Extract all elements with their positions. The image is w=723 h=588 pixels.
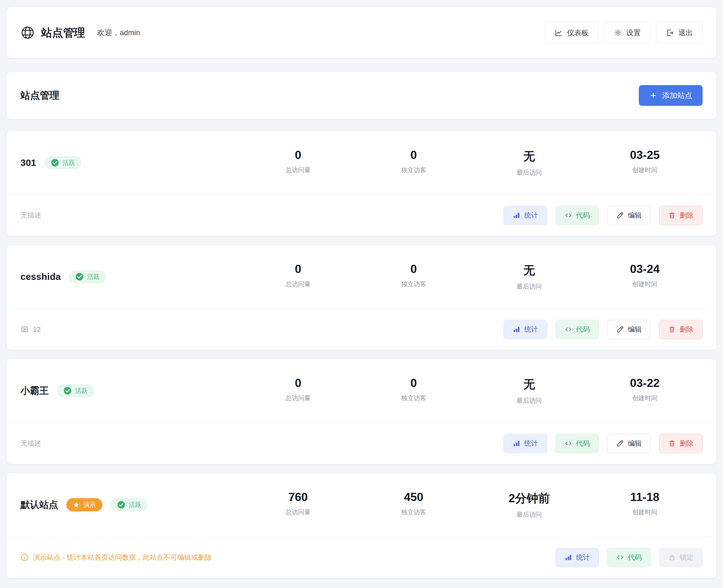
lock-label: 锁定 bbox=[680, 553, 694, 562]
stat-label: 独立访客 bbox=[356, 394, 471, 402]
code-button[interactable]: 代码 bbox=[555, 434, 599, 453]
status-badge-label: 活跃 bbox=[63, 159, 75, 167]
document-icon bbox=[20, 325, 29, 334]
stats-button[interactable]: 统计 bbox=[555, 548, 599, 567]
stats-label: 统计 bbox=[524, 211, 538, 220]
edit-button[interactable]: 编辑 bbox=[607, 206, 651, 225]
section-title: 站点管理 bbox=[20, 89, 59, 102]
stat-created-at: 03-22 创建时间 bbox=[587, 377, 703, 405]
site-stats: 760 总访问量 450 独立访客 2分钟前 最后访问 11-18 创建时间 bbox=[240, 491, 703, 519]
stats-label: 统计 bbox=[524, 325, 538, 334]
settings-button[interactable]: 设置 bbox=[604, 22, 651, 44]
stat-label: 总访问量 bbox=[240, 508, 356, 517]
stat-value: 03-22 bbox=[587, 377, 703, 390]
settings-label: 设置 bbox=[626, 28, 641, 38]
stat-total-visits: 0 总访问量 bbox=[240, 149, 356, 177]
stat-label: 总访问量 bbox=[240, 280, 356, 288]
status-badge-active: 活跃 bbox=[44, 156, 82, 169]
code-icon bbox=[616, 553, 624, 561]
stat-unique-visitors: 0 独立访客 bbox=[356, 262, 471, 291]
site-stats: 0 总访问量 0 独立访客 无 最后访问 03-22 创建时间 bbox=[240, 377, 703, 405]
site-top-row: 301 活跃 0 总访问量 0 独立访客 bbox=[6, 131, 717, 194]
site-identity: 默认站点 演示 活跃 bbox=[20, 498, 240, 511]
demo-site-note-text: 演示站点 - 统计本站首页访问数据，此站点不可编辑或删除 bbox=[33, 553, 212, 562]
stats-button[interactable]: 统计 bbox=[504, 206, 547, 225]
site-card-xiaobawang: 小霸王 活跃 0 总访问量 0 独立访客 bbox=[6, 359, 717, 464]
delete-label: 删除 bbox=[680, 439, 694, 448]
bar-chart-icon bbox=[513, 326, 520, 333]
delete-button[interactable]: 删除 bbox=[659, 434, 703, 453]
site-identity: cesshida 活跃 bbox=[20, 270, 240, 283]
code-button[interactable]: 代码 bbox=[607, 548, 651, 567]
delete-label: 删除 bbox=[680, 325, 694, 334]
stat-last-visit: 无 最后访问 bbox=[471, 262, 587, 291]
stat-value: 450 bbox=[356, 491, 471, 504]
site-card-301: 301 活跃 0 总访问量 0 独立访客 bbox=[6, 131, 717, 236]
dashboard-label: 仪表板 bbox=[567, 28, 589, 38]
edit-button[interactable]: 编辑 bbox=[607, 434, 651, 453]
page: 站点管理 欢迎，admin 仪表板 设置 bbox=[0, 0, 723, 585]
site-name: 默认站点 bbox=[20, 499, 58, 511]
stat-value: 03-24 bbox=[587, 262, 703, 276]
stat-value: 0 bbox=[240, 262, 356, 276]
stat-value: 无 bbox=[471, 377, 587, 392]
app-title: 站点管理 bbox=[41, 25, 85, 40]
status-badge-label: 活跃 bbox=[129, 501, 141, 509]
globe-icon bbox=[20, 25, 35, 40]
site-description: 12 bbox=[20, 325, 41, 334]
logout-button[interactable]: 退出 bbox=[656, 22, 703, 44]
site-bottom-row: 无描述 统计 代码 编辑 bbox=[6, 195, 717, 236]
stat-unique-visitors: 0 独立访客 bbox=[356, 149, 471, 177]
bar-chart-icon bbox=[565, 553, 572, 561]
code-icon bbox=[565, 439, 572, 447]
check-circle-icon bbox=[51, 159, 59, 167]
stat-value: 0 bbox=[356, 149, 471, 162]
stat-value: 0 bbox=[356, 262, 471, 276]
stat-value: 0 bbox=[356, 377, 471, 390]
stat-label: 总访问量 bbox=[240, 394, 356, 402]
trash-icon bbox=[668, 211, 676, 219]
code-label: 代码 bbox=[576, 439, 590, 448]
stat-created-at: 03-24 创建时间 bbox=[587, 262, 703, 291]
stat-label: 独立访客 bbox=[356, 508, 471, 517]
site-actions: 统计 代码 锁定 bbox=[555, 548, 703, 567]
stat-total-visits: 0 总访问量 bbox=[240, 262, 356, 291]
chart-line-icon bbox=[554, 28, 563, 37]
site-identity: 小霸王 活跃 bbox=[20, 384, 240, 397]
site-description: 无描述 bbox=[20, 439, 41, 448]
lock-button: 锁定 bbox=[659, 548, 703, 567]
trash-icon bbox=[668, 326, 676, 333]
demo-site-note: 演示站点 - 统计本站首页访问数据，此站点不可编辑或删除 bbox=[20, 553, 212, 562]
stat-value: 03-25 bbox=[587, 149, 703, 162]
delete-button[interactable]: 删除 bbox=[659, 206, 703, 225]
stat-value: 760 bbox=[240, 491, 356, 504]
add-site-label: 添加站点 bbox=[662, 90, 692, 101]
code-button[interactable]: 代码 bbox=[555, 320, 599, 339]
stat-last-visit: 无 最后访问 bbox=[471, 377, 587, 405]
stat-unique-visitors: 0 独立访客 bbox=[356, 377, 471, 405]
site-top-row: 默认站点 演示 活跃 760 总访问 bbox=[6, 473, 717, 537]
code-label: 代码 bbox=[576, 211, 590, 220]
add-site-button[interactable]: 添加站点 bbox=[639, 85, 703, 106]
plus-icon bbox=[649, 91, 657, 100]
site-bottom-row: 演示站点 - 统计本站首页访问数据，此站点不可编辑或删除 统计 代码 bbox=[6, 537, 717, 578]
header-bar: 站点管理 欢迎，admin 仪表板 设置 bbox=[6, 7, 717, 58]
dashboard-button[interactable]: 仪表板 bbox=[545, 22, 598, 44]
check-circle-icon bbox=[76, 273, 84, 281]
header-actions: 仪表板 设置 退出 bbox=[545, 22, 703, 44]
delete-button[interactable]: 删除 bbox=[659, 320, 703, 339]
demo-badge: 演示 bbox=[66, 498, 102, 511]
edit-button[interactable]: 编辑 bbox=[607, 320, 651, 339]
stat-label: 最后访问 bbox=[471, 168, 587, 177]
site-bottom-row: 无描述 统计 代码 编辑 bbox=[6, 423, 717, 464]
site-identity: 301 活跃 bbox=[20, 156, 240, 169]
stats-button[interactable]: 统计 bbox=[504, 320, 547, 339]
site-actions: 统计 代码 编辑 删除 bbox=[504, 206, 703, 225]
pencil-icon bbox=[616, 439, 624, 447]
bar-chart-icon bbox=[513, 439, 520, 447]
site-description: 无描述 bbox=[20, 211, 41, 220]
stats-button[interactable]: 统计 bbox=[504, 434, 547, 453]
site-name: 小霸王 bbox=[20, 384, 49, 397]
code-button[interactable]: 代码 bbox=[555, 206, 599, 225]
logout-label: 退出 bbox=[678, 28, 693, 38]
